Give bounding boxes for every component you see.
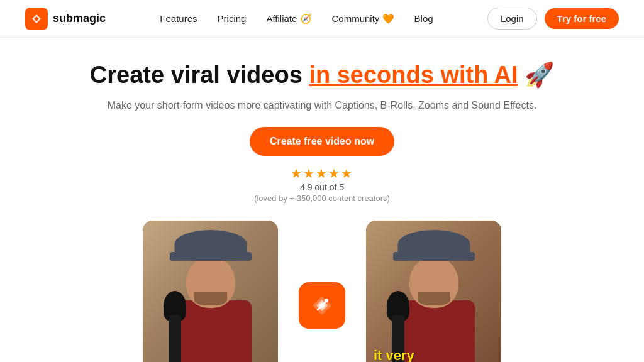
- svg-point-1: [325, 299, 328, 302]
- hero-title-plain: Create viral videos: [90, 62, 309, 88]
- video-preview-area: it very well ri: [0, 221, 644, 362]
- nav-pricing[interactable]: Pricing: [218, 13, 247, 24]
- caption-line1: it very: [374, 348, 494, 362]
- video-card-left: [143, 221, 278, 362]
- star-rating: ★★★★★: [291, 166, 353, 181]
- navbar: submagic Features Pricing Affiliate 🧭 Co…: [0, 0, 644, 38]
- nav-community[interactable]: Community 🧡: [332, 13, 394, 25]
- hero-section: Create viral videos in seconds with AI 🚀…: [0, 38, 644, 203]
- submagic-logo-icon: [299, 282, 345, 329]
- video-card-right: it very well ri: [366, 221, 501, 362]
- hero-title: Create viral videos in seconds with AI 🚀: [0, 62, 644, 89]
- rating-score: 4.9 out of 5: [300, 182, 344, 192]
- cta-button[interactable]: Create free video now: [250, 127, 394, 156]
- nav-affiliate[interactable]: Affiliate 🧭: [266, 13, 311, 25]
- logo[interactable]: submagic: [25, 8, 106, 30]
- login-button[interactable]: Login: [487, 8, 537, 30]
- hero-subtitle: Make your short-form videos more captiva…: [0, 98, 644, 113]
- hero-title-emoji: 🚀: [518, 62, 555, 88]
- nav-actions: Login Try for free: [487, 8, 619, 30]
- nav-blog[interactable]: Blog: [414, 13, 433, 24]
- rating-sub: (loved by + 350,000 content creators): [254, 194, 390, 203]
- nav-links: Features Pricing Affiliate 🧭 Community 🧡…: [160, 13, 433, 25]
- center-logo: [297, 280, 347, 331]
- hero-title-highlight: in seconds with AI: [309, 62, 518, 88]
- brand-name: submagic: [53, 12, 106, 25]
- nav-features[interactable]: Features: [160, 13, 197, 24]
- caption-overlay: it very well ri: [374, 348, 494, 362]
- try-button[interactable]: Try for free: [545, 8, 619, 29]
- rating-block: ★★★★★ 4.9 out of 5 (loved by + 350,000 c…: [0, 166, 644, 203]
- logo-icon: [25, 8, 48, 30]
